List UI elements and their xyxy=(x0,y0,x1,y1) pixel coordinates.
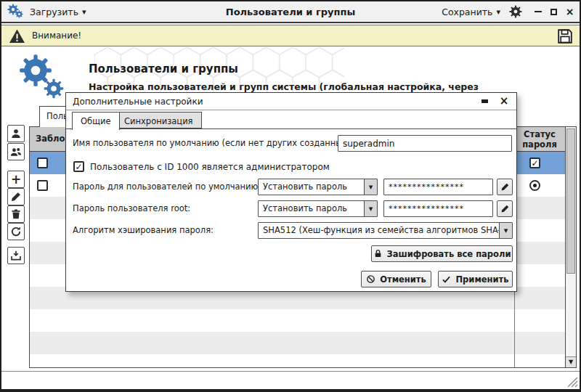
user-icon xyxy=(10,128,22,139)
toolbar-refresh-button[interactable] xyxy=(7,223,25,240)
chevron-down-icon[interactable]: ▾ xyxy=(499,223,512,238)
dialog-tab-sync-label: Синхронизация xyxy=(124,116,193,126)
save-button[interactable]: Сохранить ▾ xyxy=(442,7,500,17)
minimize-icon xyxy=(535,11,542,12)
default-username-input[interactable] xyxy=(338,135,512,152)
dialog-minimize-button[interactable] xyxy=(479,96,490,107)
dialog-tab-general-label: Общие xyxy=(81,116,111,126)
dialog-close-icon: × xyxy=(500,94,509,107)
cancel-label: Отменить xyxy=(380,274,426,285)
dialog-minimize-icon xyxy=(482,99,488,103)
dialog-titlebar: Дополнительные настройки × xyxy=(66,93,516,110)
apply-button[interactable]: Применить xyxy=(438,271,513,287)
pencil-icon xyxy=(500,204,510,213)
window-controls: × xyxy=(532,7,575,17)
dialog-tab-sync[interactable]: Синхронизация xyxy=(115,112,202,128)
root-password-edit-button[interactable] xyxy=(497,200,513,217)
titlebar-right: Сохранить ▾ × xyxy=(442,1,575,22)
default-password-label: Пароль для пользователей по умолчанию: xyxy=(73,179,261,195)
toolbar-edit-button[interactable] xyxy=(7,188,25,205)
encrypt-all-label: Зашифровать все пароли xyxy=(387,249,511,259)
scroll-down-button[interactable]: ▼ xyxy=(566,356,576,367)
hash-algorithm-select[interactable]: SHA512 (Хеш-функция из семейства алгорит… xyxy=(258,222,513,239)
app-window: Загрузить ▾ Пользователи и группы Сохран… xyxy=(0,0,581,392)
pencil-icon xyxy=(10,191,22,203)
root-password-label: Пароль пользователя root: xyxy=(73,200,190,217)
refresh-icon xyxy=(10,226,22,237)
minimize-button[interactable] xyxy=(532,7,543,17)
lock-icon xyxy=(373,249,383,258)
dialog-close-button[interactable]: × xyxy=(498,95,510,107)
titlebar: Загрузить ▾ Пользователи и группы Сохран… xyxy=(1,1,580,23)
save-config-button[interactable] xyxy=(556,28,574,45)
dialog-tab-divider xyxy=(66,128,516,129)
default-password-mode-value: Установить пароль xyxy=(259,179,364,195)
chevron-down-icon: ▾ xyxy=(496,8,500,16)
hash-algorithm-value: SHA512 (Хеш-функция из семейства алгорит… xyxy=(259,223,499,238)
root-password-mode-select[interactable]: Установить пароль ▾ xyxy=(258,200,378,217)
logo-gears-icon xyxy=(19,52,71,103)
plus-icon: + xyxy=(11,173,21,186)
apply-label: Применить xyxy=(455,274,508,285)
scrollbar-thumb[interactable] xyxy=(566,128,575,274)
encrypt-all-button[interactable]: Зашифровать все пароли xyxy=(371,245,513,262)
titlebar-left: Загрузить ▾ xyxy=(7,1,86,22)
default-password-input[interactable] xyxy=(383,179,493,195)
toolbar-groups-view-button[interactable] xyxy=(7,143,25,160)
trash-icon xyxy=(10,208,22,220)
maximize-button[interactable] xyxy=(548,7,559,17)
default-password-edit-button[interactable] xyxy=(497,179,513,195)
admin-checkbox[interactable]: ✓ xyxy=(73,161,84,172)
warning-icon xyxy=(9,28,25,44)
floppy-disk-icon xyxy=(556,28,574,45)
dialog-tab-general[interactable]: Общие xyxy=(72,112,120,130)
vertical-scrollbar[interactable]: ▼ xyxy=(565,127,576,367)
dialog-title: Дополнительные настройки xyxy=(73,97,203,107)
toolbar-users-view-button[interactable] xyxy=(7,125,25,142)
resize-grip[interactable] xyxy=(567,377,578,388)
app-gears-icon xyxy=(7,4,25,20)
toolbar-add-button[interactable]: + xyxy=(7,171,25,188)
root-password-mode-value: Установить пароль xyxy=(259,201,364,216)
default-password-mode-select[interactable]: Установить пароль ▾ xyxy=(258,179,378,195)
maximize-icon xyxy=(550,9,557,15)
toolbar-import-button[interactable] xyxy=(7,247,25,264)
chevron-down-icon[interactable]: ▾ xyxy=(364,201,377,216)
pencil-icon xyxy=(500,182,510,192)
toolbar-delete-button[interactable] xyxy=(7,205,25,223)
password-status-radio[interactable] xyxy=(529,180,540,191)
cancel-icon xyxy=(366,274,375,284)
page-title: Пользователи и группы xyxy=(89,62,238,75)
default-username-label: Имя пользователя по умолчанию (если нет … xyxy=(73,135,354,152)
chevron-down-icon[interactable]: ▾ xyxy=(364,179,377,195)
save-button-label: Сохранить xyxy=(442,7,492,17)
admin-checkbox-label: Пользователь с ID 1000 является админист… xyxy=(90,162,330,172)
settings-button[interactable] xyxy=(509,5,522,18)
import-icon xyxy=(10,250,22,261)
scroll-down-icon: ▼ xyxy=(569,359,573,365)
admin-checkbox-row: ✓ Пользователь с ID 1000 является админи… xyxy=(73,161,330,172)
close-button[interactable]: × xyxy=(564,7,575,17)
close-icon: × xyxy=(566,7,574,17)
column-header-password-status[interactable]: Статус пароля xyxy=(514,130,565,150)
warning-bar: Внимание! xyxy=(1,25,580,46)
password-status-checkbox[interactable]: ✓ xyxy=(529,158,540,168)
status-bar xyxy=(1,371,580,389)
load-button-label: Загрузить xyxy=(30,7,78,17)
check-icon: ✓ xyxy=(75,163,82,171)
cancel-button[interactable]: Отменить xyxy=(361,271,431,287)
blocked-checkbox[interactable] xyxy=(37,158,48,168)
apply-check-icon xyxy=(442,274,451,284)
check-icon: ✓ xyxy=(531,159,538,168)
hash-algorithm-label: Алгоритм хэширования пароля: xyxy=(73,222,214,239)
load-button[interactable]: Загрузить ▾ xyxy=(30,7,86,17)
blocked-checkbox[interactable] xyxy=(37,180,48,191)
root-password-input[interactable] xyxy=(383,200,493,217)
group-icon xyxy=(10,146,22,158)
warning-message: Внимание! xyxy=(32,30,81,41)
advanced-settings-dialog: Дополнительные настройки × Общие Синхрон… xyxy=(65,92,517,292)
chevron-down-icon: ▾ xyxy=(82,8,86,16)
